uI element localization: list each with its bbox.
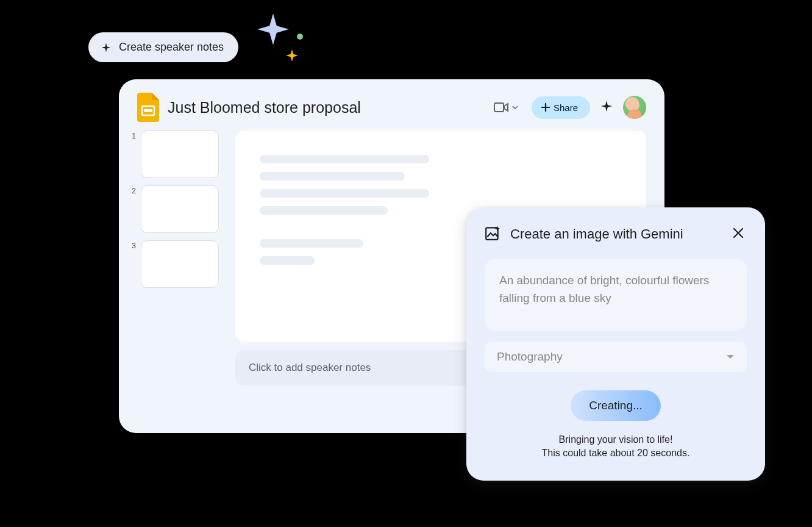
- creating-label: Creating...: [589, 399, 643, 412]
- image-spark-icon: [485, 225, 500, 243]
- gemini-panel-title: Create an image with Gemini: [510, 226, 720, 242]
- placeholder-line: [260, 206, 388, 215]
- gemini-button[interactable]: [600, 99, 613, 115]
- spark-icon: [101, 42, 112, 53]
- account-avatar[interactable]: [623, 96, 646, 119]
- slide-thumbnail-row: 2: [130, 185, 224, 233]
- slide-thumbnail[interactable]: [141, 131, 219, 178]
- placeholder-line: [260, 189, 429, 198]
- slide-number: 1: [130, 132, 136, 140]
- slide-number: 2: [130, 187, 136, 195]
- sparkle-yellow-icon: [285, 49, 299, 62]
- chevron-down-icon: [726, 354, 735, 359]
- svg-rect-1: [144, 109, 152, 112]
- slide-thumbnail-row: 1: [130, 131, 224, 178]
- sparkle-decoration: [256, 12, 311, 67]
- present-video-button[interactable]: [490, 98, 522, 117]
- slide-number: 3: [130, 242, 136, 250]
- close-button[interactable]: [730, 224, 747, 244]
- slide-thumbnail-panel: 1 2 3: [130, 131, 224, 385]
- slides-logo-icon: [137, 93, 159, 122]
- pill-label: Create speaker notes: [119, 41, 224, 54]
- placeholder-line: [260, 172, 405, 181]
- placeholder-line: [260, 239, 363, 248]
- chevron-down-icon: [512, 106, 518, 109]
- spark-icon: [600, 99, 613, 113]
- sparkle-dot-icon: [297, 34, 303, 40]
- slide-thumbnail[interactable]: [141, 185, 219, 233]
- create-speaker-notes-pill[interactable]: Create speaker notes: [88, 32, 238, 62]
- slide-thumbnail-row: 3: [130, 240, 224, 288]
- close-icon: [732, 227, 744, 239]
- svg-rect-2: [494, 103, 504, 112]
- share-button[interactable]: Share: [532, 96, 590, 119]
- plus-icon: [541, 103, 550, 112]
- prompt-text: An abundance of bright, colourful flower…: [499, 272, 732, 307]
- video-icon: [494, 102, 508, 113]
- status-line-2: This could take about 20 seconds.: [485, 448, 747, 459]
- document-title[interactable]: Just Bloomed store proposal: [168, 99, 482, 117]
- placeholder-line: [260, 256, 315, 265]
- status-text: Bringing your vision to life! This could…: [485, 434, 747, 459]
- gemini-image-panel: Create an image with Gemini An abundance…: [466, 207, 765, 481]
- image-prompt-input[interactable]: An abundance of bright, colourful flower…: [485, 259, 747, 331]
- share-label: Share: [554, 102, 578, 113]
- sparkle-large-icon: [256, 12, 290, 46]
- creating-button[interactable]: Creating...: [571, 390, 661, 421]
- app-header: Just Bloomed store proposal Share: [119, 79, 664, 131]
- speaker-notes-placeholder: Click to add speaker notes: [249, 362, 371, 374]
- style-selected-label: Photography: [497, 350, 563, 364]
- status-line-1: Bringing your vision to life!: [485, 434, 747, 445]
- image-style-select[interactable]: Photography: [485, 342, 747, 372]
- placeholder-line: [260, 155, 429, 163]
- slide-thumbnail[interactable]: [141, 240, 219, 288]
- header-actions: Share: [490, 96, 646, 119]
- gemini-panel-header: Create an image with Gemini: [485, 224, 747, 244]
